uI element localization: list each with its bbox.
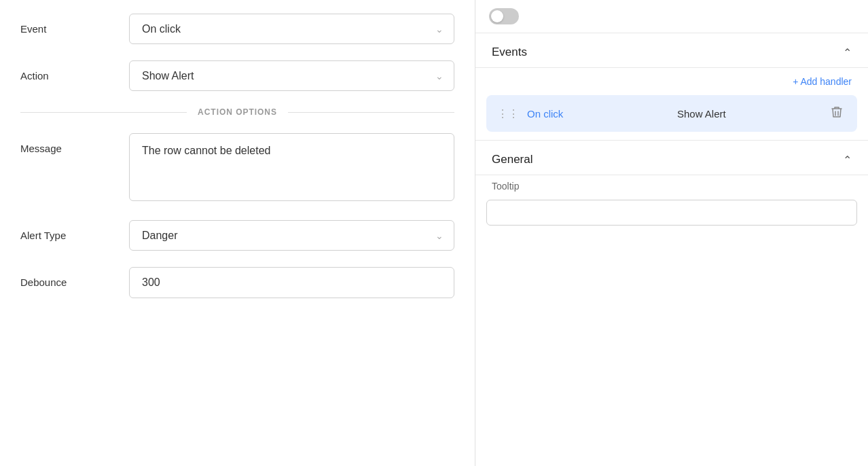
trash-icon — [831, 106, 842, 118]
right-panel: Events ⌃ + Add handler ⋮⋮ On click Show … — [475, 0, 868, 466]
action-row: Action Show Alert Run Query Navigate Sho… — [20, 60, 454, 91]
alert-type-label: Alert Type — [20, 220, 129, 241]
tooltip-label: Tooltip — [475, 175, 868, 197]
divider-line-left — [20, 112, 187, 113]
general-section-header: General ⌃ — [475, 141, 868, 175]
events-chevron-up-icon[interactable]: ⌃ — [843, 46, 852, 59]
events-title: Events — [492, 46, 527, 59]
event-label: Event — [20, 14, 129, 35]
event-select[interactable]: On click On hover On change On submit — [129, 14, 454, 44]
debounce-input[interactable] — [129, 267, 454, 298]
divider-line-right — [288, 112, 454, 113]
delete-handler-button[interactable] — [827, 105, 846, 122]
general-title: General — [492, 153, 532, 166]
action-control: Show Alert Run Query Navigate Show Modal… — [129, 60, 454, 91]
toggle-area — [475, 0, 868, 33]
add-handler-button[interactable]: + Add handler — [793, 76, 852, 87]
events-section-header: Events ⌃ — [475, 33, 868, 68]
action-label: Action — [20, 60, 129, 82]
left-panel: Event On click On hover On change On sub… — [0, 0, 475, 466]
event-row: Event On click On hover On change On sub… — [20, 14, 454, 44]
handler-event: On click — [527, 108, 669, 120]
action-options-divider: ACTION OPTIONS — [20, 107, 454, 117]
debounce-label: Debounce — [20, 267, 129, 288]
action-select-wrapper: Show Alert Run Query Navigate Show Modal… — [129, 60, 454, 91]
divider-label: ACTION OPTIONS — [187, 107, 288, 117]
alert-type-row: Alert Type Danger Warning Info Success ⌄ — [20, 220, 454, 251]
message-label: Message — [20, 133, 129, 154]
add-handler-container: + Add handler — [475, 68, 868, 92]
toggle-switch[interactable] — [489, 8, 519, 24]
message-row: Message The row cannot be deleted — [20, 133, 454, 204]
message-textarea[interactable]: The row cannot be deleted — [129, 133, 454, 201]
general-chevron-up-icon[interactable]: ⌃ — [843, 154, 852, 166]
message-control: The row cannot be deleted — [129, 133, 454, 204]
alert-type-select-wrapper: Danger Warning Info Success ⌄ — [129, 220, 454, 251]
debounce-control — [129, 267, 454, 298]
drag-handle-icon[interactable]: ⋮⋮ — [497, 107, 519, 120]
general-section: General ⌃ Tooltip — [475, 140, 868, 236]
alert-type-select[interactable]: Danger Warning Info Success — [129, 220, 454, 251]
event-select-wrapper: On click On hover On change On submit ⌄ — [129, 14, 454, 44]
alert-type-control: Danger Warning Info Success ⌄ — [129, 220, 454, 251]
handler-action: Show Alert — [677, 108, 819, 120]
action-select[interactable]: Show Alert Run Query Navigate Show Modal — [129, 60, 454, 91]
debounce-row: Debounce — [20, 267, 454, 298]
handler-row[interactable]: ⋮⋮ On click Show Alert — [486, 95, 857, 132]
tooltip-input[interactable] — [486, 200, 857, 226]
toggle-knob — [491, 10, 503, 22]
event-control: On click On hover On change On submit ⌄ — [129, 14, 454, 44]
